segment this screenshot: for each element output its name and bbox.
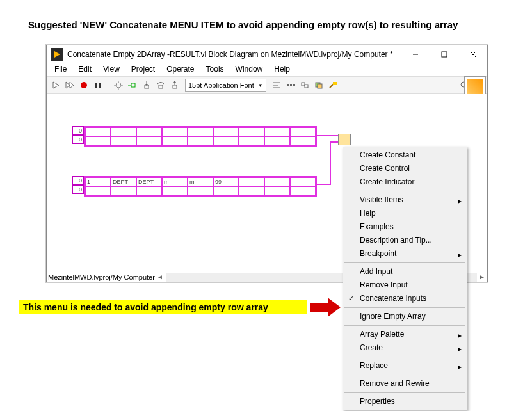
menubar: File Edit View Project Operate Tools Win… xyxy=(47,63,487,76)
menu-window[interactable]: Window xyxy=(230,63,268,76)
menu-item[interactable]: Create xyxy=(343,341,467,355)
array-cell[interactable] xyxy=(111,136,136,145)
menu-item[interactable]: Remove Input xyxy=(343,278,467,292)
menu-item[interactable]: Replace xyxy=(343,359,467,373)
menu-project[interactable]: Project xyxy=(126,63,160,76)
array-cell[interactable] xyxy=(239,186,264,195)
svg-point-8 xyxy=(81,82,87,88)
menu-item[interactable]: Add Input xyxy=(343,265,467,278)
menu-item[interactable]: Remove and Rewire xyxy=(343,377,467,391)
menu-operate[interactable]: Operate xyxy=(161,63,199,76)
reorder-button[interactable] xyxy=(312,79,325,92)
array-control-1[interactable]: 0 0 xyxy=(72,126,317,147)
maximize-button[interactable] xyxy=(430,45,458,63)
array-cell[interactable]: DEPT xyxy=(136,177,162,186)
menu-item-label: Visible Items xyxy=(360,195,403,204)
array-cell[interactable] xyxy=(162,127,188,136)
scroll-right-icon[interactable]: ► xyxy=(478,273,486,280)
array-cell[interactable] xyxy=(264,127,290,136)
array-cell[interactable]: 1 xyxy=(85,177,111,186)
array-control-2[interactable]: 0 0 1DEPTDEPTmm99 xyxy=(72,176,317,197)
titlebar: Concatenate Empty 2DArray -RESULT.vi Blo… xyxy=(47,45,487,63)
menu-item[interactable]: Ignore Empty Array xyxy=(343,310,467,323)
close-button[interactable] xyxy=(458,45,487,63)
menu-edit[interactable]: Edit xyxy=(73,63,97,76)
abort-button[interactable] xyxy=(77,79,90,92)
array-cell[interactable]: DEPT xyxy=(111,177,136,186)
menu-item[interactable]: Description and Tip... xyxy=(343,234,467,247)
array-cell[interactable] xyxy=(136,136,162,145)
step-into-button[interactable] xyxy=(140,79,153,92)
resize-button[interactable] xyxy=(298,79,311,92)
array-cell[interactable] xyxy=(290,186,316,195)
svg-rect-36 xyxy=(333,82,337,85)
build-array-node[interactable] xyxy=(338,134,351,145)
array-cell[interactable] xyxy=(290,177,316,186)
menu-item[interactable]: Create Constant xyxy=(343,149,467,162)
array-cell[interactable] xyxy=(239,136,264,145)
window-title: Concatenate Empty 2DArray -RESULT.vi Blo… xyxy=(67,50,401,59)
pause-button[interactable] xyxy=(92,79,104,92)
array-cell[interactable] xyxy=(85,136,111,145)
array-cell[interactable] xyxy=(239,177,264,186)
array-cell[interactable] xyxy=(290,136,316,145)
array-cell[interactable] xyxy=(162,186,188,195)
menu-item[interactable]: Breakpoint xyxy=(343,247,467,261)
array-cell[interactable]: m xyxy=(188,177,213,186)
run-button[interactable] xyxy=(49,79,62,92)
step-over-button[interactable] xyxy=(154,79,167,92)
menu-item-label: Remove Input xyxy=(360,280,408,289)
menu-item[interactable]: Create Control xyxy=(343,162,467,175)
menu-help[interactable]: Help xyxy=(269,63,295,76)
array-cell[interactable] xyxy=(85,186,111,195)
align-button[interactable] xyxy=(270,79,283,92)
menu-item[interactable]: Create Indicator xyxy=(343,175,467,189)
menu-item[interactable]: Array Palette xyxy=(343,328,467,341)
array-cell[interactable]: 99 xyxy=(213,177,239,186)
array-cell[interactable] xyxy=(264,136,290,145)
svg-marker-0 xyxy=(54,51,60,58)
font-selector[interactable]: 15pt Application Font▼ xyxy=(185,79,266,92)
menu-item[interactable]: Examples xyxy=(343,220,467,234)
array-cell[interactable] xyxy=(290,127,316,136)
array-cell[interactable] xyxy=(213,136,239,145)
step-out-button[interactable] xyxy=(168,79,181,92)
array2-index-0[interactable]: 0 xyxy=(72,176,84,185)
menu-separator xyxy=(344,392,465,393)
array1-index-1[interactable]: 0 xyxy=(72,135,84,144)
retain-wire-button[interactable] xyxy=(126,79,139,92)
menu-view[interactable]: View xyxy=(98,63,125,76)
run-continuous-button[interactable] xyxy=(63,79,76,92)
wire xyxy=(330,141,338,143)
array-cell[interactable] xyxy=(213,127,239,136)
array-cell[interactable] xyxy=(111,186,136,195)
array-cell[interactable] xyxy=(188,136,213,145)
minimize-button[interactable] xyxy=(401,45,430,63)
array1-index-0[interactable]: 0 xyxy=(72,126,84,135)
distribute-button[interactable] xyxy=(284,79,297,92)
menu-item[interactable]: Help xyxy=(343,207,467,220)
array-cell[interactable] xyxy=(188,186,213,195)
array-cell[interactable] xyxy=(213,186,239,195)
array-cell[interactable] xyxy=(188,127,213,136)
menu-file[interactable]: File xyxy=(49,63,72,76)
array-cell[interactable] xyxy=(136,127,162,136)
array-cell[interactable] xyxy=(264,186,290,195)
array-cell[interactable] xyxy=(85,127,111,136)
menu-item[interactable]: Properties xyxy=(343,395,467,408)
array-cell[interactable] xyxy=(111,127,136,136)
menu-tools[interactable]: Tools xyxy=(201,63,229,76)
array-cell[interactable] xyxy=(264,177,290,186)
svg-marker-24 xyxy=(173,81,176,83)
menu-item[interactable]: ✓Concatenate Inputs xyxy=(343,292,467,305)
array-cell[interactable] xyxy=(239,127,264,136)
array-cell[interactable] xyxy=(136,186,162,195)
svg-rect-22 xyxy=(173,85,177,88)
array-cell[interactable]: m xyxy=(162,177,188,186)
highlight-exec-button[interactable] xyxy=(112,79,125,92)
array2-index-1[interactable]: 0 xyxy=(72,185,84,194)
array-cell[interactable] xyxy=(162,136,188,145)
cleanup-button[interactable] xyxy=(326,79,339,92)
menu-item[interactable]: Visible Items xyxy=(343,193,467,207)
scroll-left-icon[interactable]: ◄ xyxy=(156,273,164,280)
